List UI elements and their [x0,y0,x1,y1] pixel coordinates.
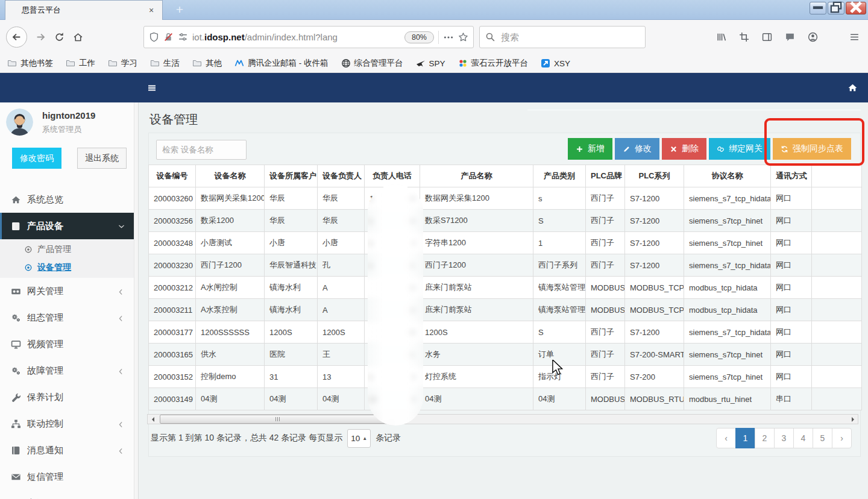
change-password-button[interactable]: 修改密码 [12,148,61,169]
menu-icon[interactable] [849,32,860,42]
scroll-thumb[interactable] [160,415,395,424]
page-3[interactable]: 3 [774,428,794,448]
cell-product: 水务 [420,344,533,366]
crop-icon[interactable] [739,32,749,42]
library-icon[interactable] [716,32,726,42]
sidebar-collapse-icon[interactable] [147,83,157,93]
page-size-select[interactable]: 10▲ [347,429,371,448]
table-row[interactable]: 200003256数采1200华辰华辰104数采S71200S西门子S7-120… [149,210,862,232]
column-header[interactable]: PLC品牌 [586,165,625,187]
sidebar-item-产品设备[interactable]: 产品设备 [0,213,134,239]
browser-home-icon[interactable] [73,32,83,42]
page-‹[interactable]: ‹ [716,428,736,448]
page-5[interactable]: 5 [813,428,832,448]
account-icon[interactable] [808,32,818,42]
bookmark-item[interactable]: XSY [541,58,570,68]
table-row[interactable]: 2000031771200SSSSSS1200S1200S881200SS西门子… [149,321,862,344]
column-header[interactable]: 协议名称 [684,165,771,187]
reload-icon[interactable] [54,32,64,42]
close-button[interactable] [846,2,866,14]
column-header[interactable]: 产品名称 [420,165,533,187]
page-4[interactable]: 4 [793,428,813,448]
column-header[interactable]: 设备编号 [149,165,196,187]
chat-icon[interactable] [785,32,795,42]
browser-search-input[interactable] [501,32,621,42]
horizontal-scrollbar[interactable] [147,414,858,424]
tab-close-icon[interactable]: × [145,5,157,15]
column-header[interactable]: 设备名称 [196,165,265,187]
insecure-lock-icon[interactable] [163,32,174,42]
bookmark-item[interactable]: 腾讯企业邮箱 - 收件箱 [234,58,329,69]
browser-tab[interactable]: 思普云平台 × [5,0,163,20]
sidebar-item-故障管理[interactable]: 故障管理 [0,357,134,384]
column-header[interactable]: 负责人电话 [365,165,420,187]
cell-protocol: siemens_s7_tcp_hidata [684,321,771,344]
bookmark-item[interactable]: 萤石云开放平台 [458,58,529,69]
forward-icon[interactable] [36,32,46,42]
column-header[interactable]: PLC系列 [625,165,684,187]
logout-button[interactable]: 退出系统 [77,148,127,169]
zoom-badge[interactable]: 80% [404,31,434,43]
bookmark-item[interactable]: 工作 [66,58,95,69]
page-2[interactable]: 2 [755,428,775,448]
permissions-icon[interactable] [178,32,188,42]
sidebar-item-消息通知[interactable]: 消息通知 [0,437,134,463]
column-header[interactable] [812,165,862,187]
restore-button[interactable] [828,2,844,14]
bookmark-item[interactable]: 综合管理平台 [341,58,403,69]
column-header[interactable]: 设备负责人 [318,165,365,187]
新增-button[interactable]: 新增 [568,138,612,160]
sidebar-item-组态管理[interactable]: 组态管理 [0,304,134,331]
scroll-left-arrow[interactable] [148,415,157,424]
cell-device-name: 西门子1200 [196,254,265,277]
column-header[interactable]: 产品类别 [533,165,586,187]
minimize-button[interactable] [810,2,826,14]
bookmark-star-icon[interactable] [458,32,468,42]
app-home-icon[interactable] [848,83,858,93]
scroll-right-arrow[interactable] [848,415,858,424]
修改-button[interactable]: 修改 [615,138,659,160]
table-row[interactable]: 200003165供水医院王41水务订单西门子S7-200-SMARTsieme… [149,344,862,366]
sidebar-subitem-设备管理[interactable]: 设备管理 [0,259,134,277]
sidebar-item-联动控制[interactable]: 联动控制 [0,410,134,437]
page-›[interactable]: › [832,428,852,448]
device-search-input[interactable] [156,140,247,160]
bookmark-item[interactable]: 其他书签 [7,58,53,69]
绑定网关-button[interactable]: 绑定网关 [709,138,770,160]
page-1[interactable]: 1 [735,428,755,448]
sidebar-toggle-icon[interactable] [762,32,772,42]
table-row[interactable]: 200003260数据网关采集1200华辰华辰104数据网关采集1200s西门子… [149,187,862,210]
sidebar-item-保养计划[interactable]: 保养计划 [0,384,134,410]
shield-icon[interactable] [149,32,159,42]
cell-owner: 1200S [318,321,365,344]
bookmark-label: 其他 [206,58,222,69]
bookmark-item[interactable]: 学习 [108,58,137,69]
bookmark-item[interactable]: 生活 [150,58,180,69]
sidebar-item-车间管理[interactable]: 车间管理 [0,490,134,499]
column-header[interactable]: 通讯方式 [771,165,812,187]
scroll-track[interactable] [157,415,848,424]
column-header[interactable]: 设备所属客户 [265,165,318,187]
cell-customer: 医院 [265,344,318,366]
table-row[interactable]: 200003212A水闸控制镇海水利A33庶来门前泵站镇海泵站管理MODBUSM… [149,277,862,299]
new-tab-button[interactable]: + [172,1,187,18]
sidebar-item-网关管理[interactable]: 网关管理 [0,278,134,304]
table-row[interactable]: 200003230西门子1200华辰智通科技孔131西门子1200西门子系列西门… [149,254,862,277]
sidebar-item-系统总览[interactable]: 系统总览 [0,186,134,213]
table-row[interactable]: 20000314904测04测04测15804测04测MODBUSMODBUS_… [149,388,862,410]
bookmark-item[interactable]: 其他 [192,58,222,69]
table-row[interactable]: 200003211A水泵控制镇海水利A33庶来门前泵站镇海泵站管理MODBUSM… [149,299,862,321]
sidebar-item-短信管理[interactable]: 短信管理 [0,463,134,490]
bookmark-item[interactable]: SPY [416,58,445,68]
browser-search[interactable] [479,26,646,48]
sidebar-scrollbar[interactable] [134,102,138,499]
sidebar-item-视频管理[interactable]: 视频管理 [0,331,134,357]
sidebar-subitem-产品管理[interactable]: 产品管理 [0,240,134,259]
page-actions-icon[interactable] [443,32,454,43]
删除-button[interactable]: 删除 [662,138,706,160]
table-row[interactable]: 200003152控制demo311318灯控系统指示灯西门子S7-200sie… [149,366,862,388]
back-button[interactable] [6,27,27,48]
url-text[interactable]: iot.idosp.net/admin/index.html?lang [192,32,400,42]
table-row[interactable]: 200003248小唐测试小唐小唐10字符串12001西门子S7-1200sie… [149,232,862,254]
url-bar[interactable]: iot.idosp.net/admin/index.html?lang 80% [143,26,474,48]
